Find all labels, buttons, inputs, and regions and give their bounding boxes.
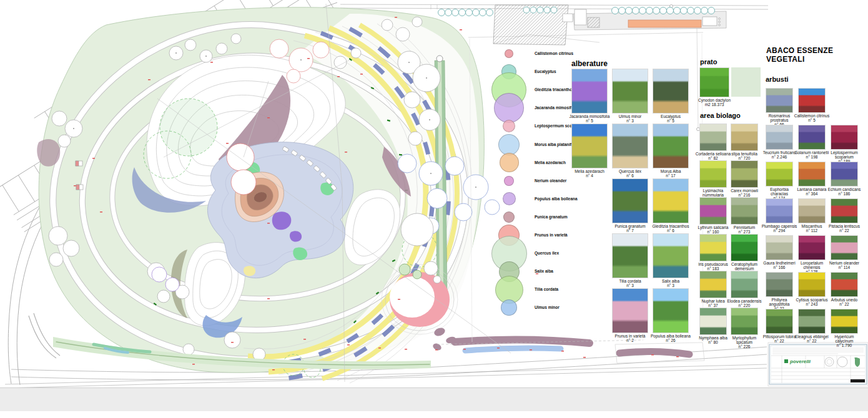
plant-photo	[798, 198, 826, 223]
photo-caption: Jacaranda mimosifolian° 5	[567, 114, 612, 123]
plant-photo	[699, 124, 727, 151]
photo-caption: Echium candicansn° 186	[826, 187, 862, 196]
photo-caption: Ulmus minorn° 3	[608, 114, 653, 123]
plant-photo	[612, 69, 648, 114]
plant-photo	[699, 308, 727, 335]
legend-item-label: Eucalyptus	[535, 69, 556, 74]
section-header-arbusti: arbusti	[766, 75, 789, 83]
photo-caption: Populus alba bolleanan° 26	[648, 334, 693, 343]
legend-symbol	[504, 176, 514, 186]
plant-photo	[612, 288, 648, 333]
plant-photo	[798, 125, 826, 150]
plant-photo	[798, 309, 826, 334]
plant-photo	[766, 309, 793, 334]
photo-caption: Plumbago capensisn° 294	[761, 224, 797, 233]
plant-photo	[699, 234, 727, 261]
legend-symbol	[503, 192, 516, 205]
plant-photo	[831, 309, 858, 334]
plant-photo	[653, 233, 689, 278]
legend-item-label: Salix alba	[535, 269, 553, 273]
photo-caption: Gaura lindheimerin° 166	[761, 261, 797, 270]
photo-caption: stipa tenuifolian° 720	[726, 152, 762, 160]
plant-photo	[699, 67, 729, 97]
plant-photo	[798, 88, 826, 113]
photo-caption: Teucrium fruticansn° 2.246	[761, 150, 797, 159]
photo-caption: Myriophyllum spicatumn° 226	[726, 336, 762, 349]
plant-photo	[831, 198, 858, 223]
photo-caption: Eucalyptusn° 5	[648, 114, 693, 123]
drawing-sheet: { "title": "ABACO ESSENZE VEGETALI", "le…	[0, 0, 868, 418]
plant-photo	[731, 234, 758, 261]
photo-caption: Quercus ilexn° 6	[608, 169, 653, 178]
plant-photo	[571, 69, 608, 114]
legend-symbol	[494, 93, 524, 123]
titleblock-logo: poverelli	[789, 359, 811, 364]
page-title: ABACO ESSENZE VEGETALI	[766, 46, 868, 64]
plant-photo	[653, 288, 689, 333]
plant-photo	[766, 272, 793, 297]
plant-photo	[653, 124, 689, 168]
plant-photo	[766, 198, 793, 223]
photo-caption: Morus Alban° 17	[648, 169, 693, 178]
plant-photo	[831, 235, 858, 260]
legend-item-label: Prunus in varietà	[535, 233, 568, 237]
photo-caption: Miscanthusn° 112	[794, 224, 830, 233]
plant-photo	[798, 272, 826, 297]
plant-photo	[831, 125, 858, 150]
legend-item-label: Quercus ilex	[535, 251, 559, 255]
plant-photo	[831, 272, 858, 297]
plant-photo	[766, 162, 793, 187]
plant-photo	[612, 178, 648, 223]
photo-caption: Prunus in varietàn° 2	[608, 334, 653, 343]
plant-photo	[699, 271, 727, 298]
legend-item-label: Melia azedarach	[535, 160, 566, 165]
plant-photo	[766, 88, 793, 113]
plant-photo	[731, 271, 758, 298]
photo-caption: Carex morrowiin° 216	[726, 188, 762, 197]
plant-photo	[571, 124, 608, 168]
plant-photo	[798, 235, 826, 260]
photo-caption: Cynodon dactylonm2 18.373	[695, 98, 734, 107]
plant-photo	[831, 162, 858, 187]
photo-caption: Eleagnus ebbingein° 22	[794, 334, 830, 343]
plant-photo	[731, 124, 758, 151]
section-header-biolago: area biolago	[700, 112, 741, 119]
plant-photo	[653, 178, 689, 223]
plant-photo	[731, 160, 758, 188]
legend-item-label: Ulmus minor	[535, 305, 560, 309]
plant-photo	[699, 160, 727, 188]
legend-item-label: Gleditzia triacanthos	[535, 87, 575, 92]
legend-item-label: Callistemon citrinus	[535, 51, 573, 56]
title-block: poverelli	[768, 343, 868, 386]
photo-caption: Tilia cordatan° 3	[608, 279, 653, 288]
photo-caption: Punica granatumn° 7	[608, 224, 653, 233]
photo-caption: Elodea canadensisn° 220	[726, 299, 762, 308]
photo-caption: Melia azedarachn° 4	[567, 169, 612, 178]
photo-caption: Pennisetumn° 273	[726, 225, 762, 234]
legend-item-label: Tilia cordata	[535, 287, 558, 291]
legend-symbol	[498, 134, 520, 155]
legend-symbol	[503, 211, 515, 223]
photo-caption: Callistemon citrinusn° 5	[794, 114, 830, 122]
plant-photo	[766, 125, 793, 150]
mauve-patch-left	[37, 139, 60, 167]
photo-caption: Arbutus unedon° 22	[826, 298, 862, 306]
plant-photo	[766, 235, 793, 260]
plant-photo	[612, 124, 648, 168]
photo-caption: Salix alban° 3	[648, 279, 693, 288]
legend-symbol	[500, 153, 519, 172]
photo-caption: Nerium oleandern° 114	[826, 261, 862, 270]
legend-symbol	[505, 49, 513, 58]
photo-caption: Hypericum calycinumn° 1.790	[826, 334, 862, 348]
prato-swatch	[731, 67, 761, 97]
hedge-blobs	[432, 326, 456, 351]
section-header-alberature: alberature	[571, 59, 608, 68]
plant-photo	[731, 308, 758, 335]
plant-photo	[798, 162, 826, 187]
plant-photo	[731, 197, 758, 225]
legend-item-label: Nerium oleander	[535, 178, 566, 183]
plant-photo	[612, 233, 648, 278]
photo-caption: Lantana camaran° 364	[794, 187, 830, 196]
plant-photo	[699, 197, 727, 225]
offsheet-band	[0, 387, 868, 411]
